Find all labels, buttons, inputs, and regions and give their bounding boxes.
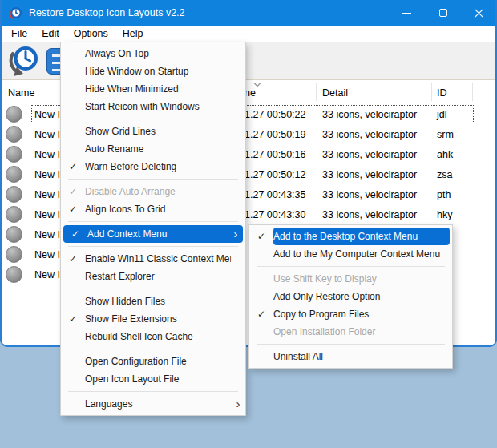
layout-orb-icon[interactable] — [6, 206, 22, 223]
layout-orb-icon[interactable] — [6, 226, 22, 243]
check-icon: ✓ — [61, 158, 85, 176]
menu-item-restart-explorer[interactable]: Restart Explorer — [61, 268, 245, 285]
column-divider[interactable] — [472, 83, 473, 101]
menu-item-align-icons-to-grid[interactable]: ✓Align Icons To Grid — [61, 200, 245, 218]
menu-item-label: Hide Window on Startup — [85, 66, 231, 77]
cell-name: New I — [34, 269, 60, 281]
menu-item-auto-rename[interactable]: Auto Rename — [61, 140, 245, 158]
check-icon: ✓ — [61, 200, 85, 218]
cell-date: 1.27 00:50:19 — [244, 129, 305, 140]
menu-item-warn-before-deleting[interactable]: ✓Warn Before Deleting — [61, 158, 245, 176]
cell-detail: 33 icons, velociraptor — [322, 129, 417, 140]
menu-item-use-shift-key-to-display[interactable]: Use Shift Key to Display — [249, 270, 452, 288]
cell-detail: 33 icons, velociraptor — [322, 149, 417, 160]
layout-orb-icon[interactable] — [6, 266, 22, 283]
menu-item-hide-window-on-startup[interactable]: Hide Window on Startup — [61, 63, 245, 80]
menubar-item-options[interactable]: Options — [67, 26, 115, 41]
menu-item-disable-auto-arrange[interactable]: ✓Disable Auto Arrange — [61, 183, 245, 200]
cell-id: pth — [437, 189, 451, 200]
menu-item-add-only-restore-option[interactable]: Add Only Restore Option — [249, 288, 452, 305]
menu-item-show-hidden-files[interactable]: Show Hidden Files — [61, 293, 245, 310]
layout-orb-icon[interactable] — [6, 106, 22, 123]
close-button[interactable] — [461, 0, 497, 26]
menu-item-show-grid-lines[interactable]: Show Grid Lines — [61, 123, 245, 140]
cell-detail: 33 icons, velociraptor — [322, 189, 417, 200]
restore-clock-logo-button[interactable] — [7, 44, 41, 78]
layout-orb-icon[interactable] — [6, 126, 22, 143]
menubar: FileEditOptionsHelp — [2, 26, 495, 42]
menu-item-label: Uninstall All — [273, 351, 438, 362]
menu-item-label: Warn Before Deleting — [85, 161, 231, 172]
menu-separator — [68, 119, 238, 119]
menu-item-label: Languages — [85, 398, 231, 410]
cell-detail: 33 icons, velociraptor — [322, 109, 417, 120]
cell-date: 1.27 00:50:16 — [244, 149, 305, 160]
cell-name: New I — [34, 149, 60, 160]
cell-date: 1.27 00:50:12 — [244, 169, 305, 180]
minimize-button[interactable] — [389, 0, 425, 26]
check-icon: ✓ — [61, 250, 85, 268]
menu-item-label: Restart Explorer — [85, 271, 231, 282]
menubar-item-help[interactable]: Help — [115, 26, 151, 41]
column-header-date-time[interactable]: ne — [244, 87, 256, 99]
menu-item-label: Enable Win11 Classic Context Menu — [85, 253, 231, 264]
menu-item-copy-to-program-files[interactable]: ✓Copy to Program Files — [249, 305, 452, 323]
titlebar[interactable]: Restore Desktop Icon Layouts v2.2 — [0, 0, 497, 26]
menu-item-rebuild-shell-icon-cache[interactable]: Rebuild Shell Icon Cache — [61, 328, 245, 345]
minimize-icon — [402, 13, 411, 14]
menu-item-label: Use Shift Key to Display — [273, 273, 438, 285]
cell-id: srm — [437, 129, 454, 140]
menu-item-label: Add to the Desktop Context Menu — [273, 231, 435, 242]
menu-separator — [68, 246, 238, 247]
menu-item-label: Add Context Menu — [87, 228, 228, 240]
menu-item-add-context-menu[interactable]: ✓Add Context Menu› — [63, 225, 243, 243]
maximize-icon — [439, 9, 447, 17]
menu-item-always-on-top[interactable]: Always On Top — [61, 45, 245, 63]
column-header-detail[interactable]: Detail — [322, 87, 348, 99]
cell-date: 1.27 00:43:30 — [244, 209, 305, 220]
cell-date: 1.27 00:43:35 — [244, 189, 305, 200]
menu-item-open-configuration-file[interactable]: Open Configuration File — [61, 353, 245, 370]
menu-item-languages[interactable]: Languages› — [61, 395, 245, 413]
cell-name: New I — [34, 109, 60, 120]
menu-item-label: Disable Auto Arrange — [85, 186, 231, 197]
menubar-item-edit[interactable]: Edit — [34, 26, 67, 41]
layout-orb-icon[interactable] — [6, 166, 22, 183]
column-header-id[interactable]: ID — [437, 87, 447, 99]
menu-item-label: Align Icons To Grid — [85, 204, 231, 215]
column-header-name[interactable]: Name — [8, 87, 34, 99]
layout-orb-icon[interactable] — [6, 186, 22, 203]
menu-item-label: Show Hidden Files — [85, 296, 231, 307]
submenu-arrow-icon: › — [231, 396, 245, 412]
menu-item-label: Hide When Minimized — [85, 83, 231, 95]
maximize-button[interactable] — [425, 0, 461, 26]
column-divider[interactable] — [431, 83, 432, 101]
menu-item-label: Always On Top — [85, 48, 231, 59]
menu-item-show-file-extensions[interactable]: ✓Show File Extensions — [61, 310, 245, 328]
window-title: Restore Desktop Icon Layouts v2.2 — [29, 7, 185, 18]
menu-item-label: Auto Rename — [85, 143, 231, 155]
cell-name: New I — [34, 209, 60, 220]
menu-item-add-to-the-desktop-context-menu[interactable]: ✓Add to the Desktop Context Menu — [249, 228, 452, 245]
column-divider[interactable] — [316, 83, 317, 101]
menu-item-enable-win11-classic-context-menu[interactable]: ✓Enable Win11 Classic Context Menu — [61, 250, 245, 268]
menu-item-label: Open Installation Folder — [273, 326, 438, 337]
layout-orb-icon[interactable] — [6, 246, 22, 263]
menubar-item-file[interactable]: File — [4, 26, 34, 41]
menu-item-label: Start Reicon with Windows — [85, 101, 231, 112]
cell-detail: 33 icons, velociraptor — [322, 169, 417, 180]
cell-name: New I — [34, 229, 60, 240]
menu-item-hide-when-minimized[interactable]: Hide When Minimized — [61, 80, 245, 98]
check-icon: ✓ — [63, 225, 87, 243]
menu-item-uninstall-all[interactable]: Uninstall All — [249, 348, 452, 365]
menu-item-start-reicon-with-windows[interactable]: Start Reicon with Windows — [61, 98, 245, 115]
menu-item-open-installation-folder[interactable]: Open Installation Folder — [249, 323, 452, 341]
cell-id: hky — [437, 209, 452, 220]
check-icon: ✓ — [249, 228, 273, 245]
menu-item-open-icon-layout-file[interactable]: Open Icon Layout File — [61, 370, 245, 388]
submenu-arrow-icon: › — [228, 226, 243, 242]
menu-item-add-to-the-my-computer-context-menu[interactable]: Add to the My Computer Context Menu — [249, 245, 452, 263]
sort-descending-icon — [252, 82, 263, 87]
check-icon: ✓ — [249, 305, 273, 323]
layout-orb-icon[interactable] — [6, 146, 22, 163]
